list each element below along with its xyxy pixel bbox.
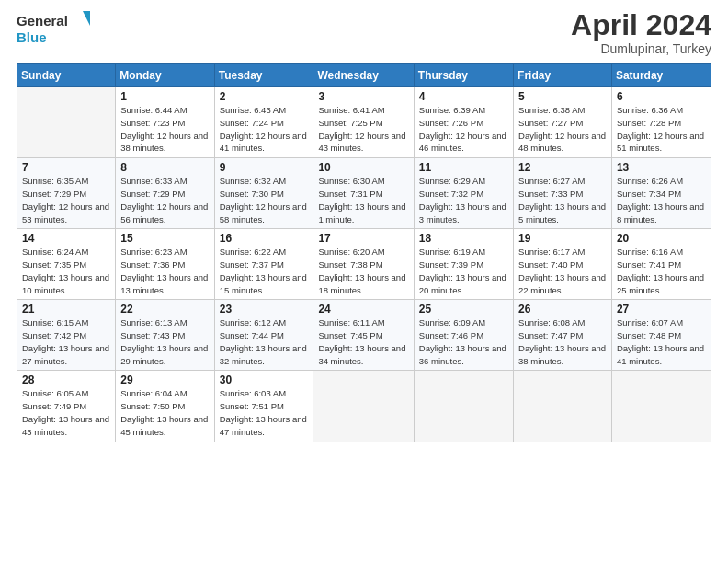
calendar-cell: 1Sunrise: 6:44 AMSunset: 7:23 PMDaylight… xyxy=(116,87,214,158)
calendar-cell: 25Sunrise: 6:09 AMSunset: 7:46 PMDayligh… xyxy=(414,300,513,371)
day-info: Sunrise: 6:24 AMSunset: 7:35 PMDaylight:… xyxy=(22,246,110,296)
calendar-cell: 17Sunrise: 6:20 AMSunset: 7:38 PMDayligh… xyxy=(313,229,414,300)
calendar-week-row: 21Sunrise: 6:15 AMSunset: 7:42 PMDayligh… xyxy=(17,300,711,371)
calendar-cell: 20Sunrise: 6:16 AMSunset: 7:41 PMDayligh… xyxy=(611,229,711,300)
day-info: Sunrise: 6:15 AMSunset: 7:42 PMDaylight:… xyxy=(22,316,110,367)
day-number: 23 xyxy=(220,303,309,316)
calendar-header-row: SundayMondayTuesdayWednesdayThursdayFrid… xyxy=(17,64,711,87)
day-info: Sunrise: 6:26 AMSunset: 7:34 PMDaylight:… xyxy=(617,175,706,225)
svg-text:Blue: Blue xyxy=(17,29,47,45)
day-number: 11 xyxy=(419,161,508,174)
day-info: Sunrise: 6:04 AMSunset: 7:50 PMDaylight:… xyxy=(120,387,209,438)
day-number: 4 xyxy=(419,90,508,103)
day-info: Sunrise: 6:36 AMSunset: 7:28 PMDaylight:… xyxy=(617,104,706,155)
day-number: 17 xyxy=(318,232,408,245)
calendar-cell: 12Sunrise: 6:27 AMSunset: 7:33 PMDayligh… xyxy=(514,158,612,229)
calendar-cell: 22Sunrise: 6:13 AMSunset: 7:43 PMDayligh… xyxy=(116,300,214,371)
calendar-cell: 2Sunrise: 6:43 AMSunset: 7:24 PMDaylight… xyxy=(214,87,313,158)
calendar-cell: 23Sunrise: 6:12 AMSunset: 7:44 PMDayligh… xyxy=(214,300,313,371)
calendar-week-row: 14Sunrise: 6:24 AMSunset: 7:35 PMDayligh… xyxy=(17,229,711,300)
day-info: Sunrise: 6:09 AMSunset: 7:46 PMDaylight:… xyxy=(419,316,508,367)
day-info: Sunrise: 6:32 AMSunset: 7:30 PMDaylight:… xyxy=(220,175,309,225)
calendar-header-cell: Friday xyxy=(514,64,612,87)
calendar-table: SundayMondayTuesdayWednesdayThursdayFrid… xyxy=(17,63,711,442)
month-title: April 2024 xyxy=(571,9,711,41)
day-number: 3 xyxy=(318,90,408,103)
calendar-cell xyxy=(514,371,612,442)
day-number: 8 xyxy=(120,161,209,174)
day-info: Sunrise: 6:20 AMSunset: 7:38 PMDaylight:… xyxy=(318,246,408,296)
day-info: Sunrise: 6:23 AMSunset: 7:36 PMDaylight:… xyxy=(120,246,209,296)
day-number: 26 xyxy=(518,303,607,316)
day-number: 27 xyxy=(617,303,706,316)
logo-svg: General Blue xyxy=(17,9,90,48)
day-info: Sunrise: 6:44 AMSunset: 7:23 PMDaylight:… xyxy=(120,104,209,155)
title-block: April 2024 Dumlupinar, Turkey xyxy=(571,9,711,56)
calendar-cell: 4Sunrise: 6:39 AMSunset: 7:26 PMDaylight… xyxy=(414,87,513,158)
day-info: Sunrise: 6:17 AMSunset: 7:40 PMDaylight:… xyxy=(518,246,607,296)
calendar-cell: 30Sunrise: 6:03 AMSunset: 7:51 PMDayligh… xyxy=(214,371,313,442)
calendar-cell: 14Sunrise: 6:24 AMSunset: 7:35 PMDayligh… xyxy=(17,229,116,300)
calendar-cell xyxy=(611,371,711,442)
day-info: Sunrise: 6:39 AMSunset: 7:26 PMDaylight:… xyxy=(419,104,508,155)
day-info: Sunrise: 6:27 AMSunset: 7:33 PMDaylight:… xyxy=(518,175,607,225)
day-info: Sunrise: 6:08 AMSunset: 7:47 PMDaylight:… xyxy=(518,316,607,367)
svg-text:General: General xyxy=(17,13,68,29)
day-info: Sunrise: 6:33 AMSunset: 7:29 PMDaylight:… xyxy=(120,175,209,225)
day-info: Sunrise: 6:03 AMSunset: 7:51 PMDaylight:… xyxy=(220,387,309,438)
calendar-cell: 24Sunrise: 6:11 AMSunset: 7:45 PMDayligh… xyxy=(313,300,414,371)
day-number: 24 xyxy=(318,303,408,316)
day-info: Sunrise: 6:29 AMSunset: 7:32 PMDaylight:… xyxy=(419,175,508,225)
day-number: 6 xyxy=(617,90,706,103)
svg-marker-2 xyxy=(83,11,90,26)
calendar-cell: 28Sunrise: 6:05 AMSunset: 7:49 PMDayligh… xyxy=(17,371,116,442)
day-info: Sunrise: 6:12 AMSunset: 7:44 PMDaylight:… xyxy=(220,316,309,367)
calendar-header-cell: Tuesday xyxy=(214,64,313,87)
calendar-week-row: 28Sunrise: 6:05 AMSunset: 7:49 PMDayligh… xyxy=(17,371,711,442)
page: General Blue April 2024 Dumlupinar, Turk… xyxy=(0,0,728,563)
calendar-week-row: 7Sunrise: 6:35 AMSunset: 7:29 PMDaylight… xyxy=(17,158,711,229)
calendar-cell: 26Sunrise: 6:08 AMSunset: 7:47 PMDayligh… xyxy=(514,300,612,371)
day-info: Sunrise: 6:38 AMSunset: 7:27 PMDaylight:… xyxy=(518,104,607,155)
day-number: 13 xyxy=(617,161,706,174)
calendar-cell: 27Sunrise: 6:07 AMSunset: 7:48 PMDayligh… xyxy=(611,300,711,371)
day-info: Sunrise: 6:05 AMSunset: 7:49 PMDaylight:… xyxy=(22,387,110,438)
calendar-cell xyxy=(313,371,414,442)
calendar-header-cell: Sunday xyxy=(17,64,116,87)
day-info: Sunrise: 6:11 AMSunset: 7:45 PMDaylight:… xyxy=(318,316,408,367)
calendar-cell: 5Sunrise: 6:38 AMSunset: 7:27 PMDaylight… xyxy=(514,87,612,158)
day-number: 18 xyxy=(419,232,508,245)
calendar-cell: 10Sunrise: 6:30 AMSunset: 7:31 PMDayligh… xyxy=(313,158,414,229)
day-number: 20 xyxy=(617,232,706,245)
day-number: 16 xyxy=(220,232,309,245)
calendar-cell: 11Sunrise: 6:29 AMSunset: 7:32 PMDayligh… xyxy=(414,158,513,229)
calendar-cell: 6Sunrise: 6:36 AMSunset: 7:28 PMDaylight… xyxy=(611,87,711,158)
day-number: 9 xyxy=(220,161,309,174)
day-info: Sunrise: 6:43 AMSunset: 7:24 PMDaylight:… xyxy=(220,104,309,155)
calendar-cell: 18Sunrise: 6:19 AMSunset: 7:39 PMDayligh… xyxy=(414,229,513,300)
calendar-cell xyxy=(414,371,513,442)
calendar-week-row: 1Sunrise: 6:44 AMSunset: 7:23 PMDaylight… xyxy=(17,87,711,158)
calendar-cell: 16Sunrise: 6:22 AMSunset: 7:37 PMDayligh… xyxy=(214,229,313,300)
day-number: 21 xyxy=(22,303,110,316)
day-number: 14 xyxy=(22,232,110,245)
day-number: 30 xyxy=(220,373,309,386)
day-number: 19 xyxy=(518,232,607,245)
day-number: 5 xyxy=(518,90,607,103)
calendar-cell: 7Sunrise: 6:35 AMSunset: 7:29 PMDaylight… xyxy=(17,158,116,229)
day-info: Sunrise: 6:19 AMSunset: 7:39 PMDaylight:… xyxy=(419,246,508,296)
day-info: Sunrise: 6:16 AMSunset: 7:41 PMDaylight:… xyxy=(617,246,706,296)
day-number: 2 xyxy=(220,90,309,103)
day-info: Sunrise: 6:30 AMSunset: 7:31 PMDaylight:… xyxy=(318,175,408,225)
calendar-header-cell: Wednesday xyxy=(313,64,414,87)
location-subtitle: Dumlupinar, Turkey xyxy=(571,41,711,56)
calendar-cell: 9Sunrise: 6:32 AMSunset: 7:30 PMDaylight… xyxy=(214,158,313,229)
day-info: Sunrise: 6:35 AMSunset: 7:29 PMDaylight:… xyxy=(22,175,110,225)
calendar-cell: 19Sunrise: 6:17 AMSunset: 7:40 PMDayligh… xyxy=(514,229,612,300)
day-number: 15 xyxy=(120,232,209,245)
calendar-cell: 15Sunrise: 6:23 AMSunset: 7:36 PMDayligh… xyxy=(116,229,214,300)
day-info: Sunrise: 6:41 AMSunset: 7:25 PMDaylight:… xyxy=(318,104,408,155)
calendar-header-cell: Saturday xyxy=(611,64,711,87)
header: General Blue April 2024 Dumlupinar, Turk… xyxy=(17,9,711,56)
day-number: 28 xyxy=(22,373,110,386)
